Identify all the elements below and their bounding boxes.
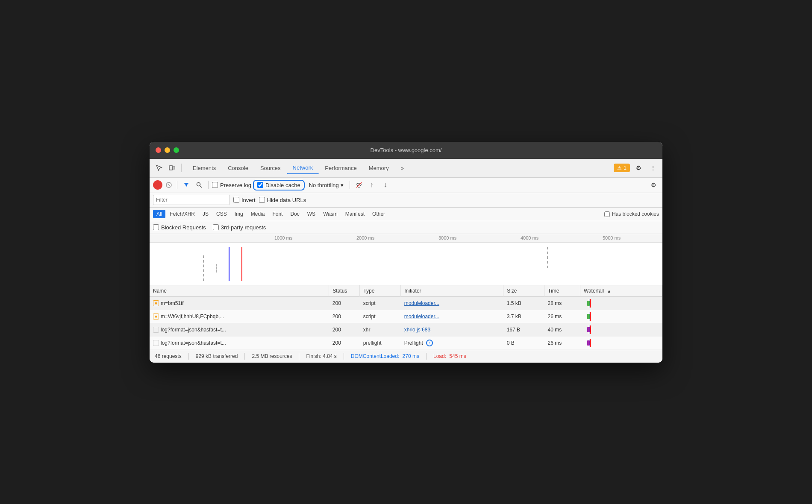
notification-count: 1 [624,165,627,171]
svg-line-5 [200,186,202,188]
table-row[interactable]: ■ m=bm51tf 200 script moduleloader... 1.… [150,296,662,310]
tab-more[interactable]: » [395,162,410,174]
type-btn-css[interactable]: CSS [213,210,230,218]
tab-sources[interactable]: Sources [254,162,287,174]
type-btn-wasm[interactable]: Wasm [320,210,341,218]
third-party-requests-label[interactable]: 3rd-party requests [213,224,266,231]
cell-initiator-2: xhrio.js:683 [401,323,503,336]
wf-red-0 [590,299,591,308]
dashed-line-2 [216,264,217,273]
tab-performance[interactable]: Performance [319,162,362,174]
type-btn-js[interactable]: JS [199,210,212,218]
tab-list: Elements Console Sources Network Perform… [187,162,613,174]
blocked-requests-checkbox[interactable] [153,224,159,230]
status-divider-2 [244,353,245,360]
import-icon[interactable]: ↑ [366,179,377,190]
type-btn-all[interactable]: All [153,210,165,218]
type-btn-other[interactable]: Other [369,210,388,218]
tab-network[interactable]: Network [287,162,319,174]
invert-checkbox[interactable] [233,197,239,203]
record-button[interactable] [153,180,162,190]
maximize-button[interactable] [174,147,179,153]
disable-cache-checkbox[interactable] [257,182,263,188]
third-party-requests-checkbox[interactable] [213,224,219,230]
tick-5000: 5000 ms [603,235,621,240]
cell-time-1: 26 ms [544,310,580,323]
network-table-container: Name Status Type Initiator Size Time Wat… [150,285,662,350]
invert-label[interactable]: Invert [233,197,256,203]
tab-elements[interactable]: Elements [187,162,222,174]
type-btn-img[interactable]: Img [231,210,247,218]
filter-icon[interactable] [181,179,192,190]
table-row[interactable]: ■ m=Wt6vjf,hhhU8,FCpbqb,... 200 script m… [150,310,662,323]
notification-button[interactable]: ⚠ 1 [614,164,630,172]
col-header-status[interactable]: Status [329,285,360,297]
close-button[interactable] [156,147,161,153]
table-row[interactable]: log?format=json&hasfast=t... 200 xhr xhr… [150,323,662,336]
blocked-requests-label[interactable]: Blocked Requests [153,224,206,231]
table-row[interactable]: log?format=json&hasfast=t... 200 preflig… [150,336,662,349]
warning-icon: ⚠ [617,165,622,171]
cell-type-3: preflight [360,336,401,349]
nt-divider-1 [177,181,177,189]
titlebar: DevTools - www.google.com/ [150,142,662,159]
wf-red-1 [590,312,591,321]
cell-status-3: 200 [329,336,360,349]
preflight-icon: ↑ [426,340,433,346]
col-header-type[interactable]: Type [360,285,401,297]
cell-name-2: log?format=json&hasfast=t... [150,323,329,336]
export-icon[interactable]: ↓ [380,179,391,190]
cell-waterfall-2 [580,323,662,336]
hide-data-urls-label[interactable]: Hide data URLs [259,197,306,203]
disable-cache-label[interactable]: Disable cache [257,182,300,188]
type-btn-doc[interactable]: Doc [287,210,303,218]
cell-time-2: 40 ms [544,323,580,336]
search-icon[interactable] [194,179,205,190]
more-menu-icon[interactable]: ⋮ [647,162,659,174]
dashed-line-1 [203,255,204,281]
col-header-waterfall[interactable]: Waterfall ▲ [580,285,662,297]
upload-download-group: ↑ ↓ [366,179,391,190]
col-header-size[interactable]: Size [503,285,544,297]
cell-time-3: 26 ms [544,336,580,349]
filter-input[interactable] [153,195,230,205]
cell-size-2: 167 B [503,323,544,336]
toolbar-right: ⚠ 1 ⚙ ⋮ [614,162,659,174]
col-header-initiator[interactable]: Initiator [401,285,503,297]
network-toolbar: Preserve log Disable cache No throttling… [150,178,662,193]
tab-console[interactable]: Console [222,162,254,174]
cell-type-2: xhr [360,323,401,336]
main-toolbar: Elements Console Sources Network Perform… [150,159,662,178]
sort-arrow-icon: ▲ [607,289,611,293]
type-btn-manifest[interactable]: Manifest [342,210,368,218]
cell-waterfall-0 [580,296,662,310]
cell-size-0: 1.5 kB [503,296,544,310]
settings-icon[interactable]: ⚙ [633,162,644,174]
chevron-down-icon: ▾ [341,182,344,188]
col-header-name[interactable]: Name [150,285,329,297]
inspect-icon[interactable] [153,162,165,174]
svg-line-3 [168,184,170,186]
has-blocked-cookies-checkbox[interactable] [604,211,610,217]
online-icon[interactable] [353,179,365,190]
tab-memory[interactable]: Memory [363,162,395,174]
wf-red-2 [590,325,591,334]
has-blocked-cookies-group[interactable]: Has blocked cookies [604,211,659,217]
hide-data-urls-checkbox[interactable] [259,197,265,203]
resource-icon-1: ■ [153,314,159,319]
preserve-log-label[interactable]: Preserve log [212,182,251,188]
type-btn-ws[interactable]: WS [304,210,319,218]
type-btn-fetch-xhr[interactable]: Fetch/XHR [166,210,198,218]
throttle-select[interactable]: No throttling ▾ [306,181,346,190]
network-settings-icon[interactable]: ⚙ [648,179,659,190]
preserve-log-checkbox[interactable] [212,182,218,188]
minimize-button[interactable] [165,147,170,153]
type-btn-font[interactable]: Font [269,210,286,218]
device-toggle-icon[interactable] [166,162,178,174]
svg-rect-0 [169,166,173,170]
filter-bar: Invert Hide data URLs [150,193,662,208]
type-btn-media[interactable]: Media [247,210,268,218]
col-header-time[interactable]: Time [544,285,580,297]
clear-button[interactable] [164,180,174,190]
tick-3000: 3000 ms [438,235,456,240]
